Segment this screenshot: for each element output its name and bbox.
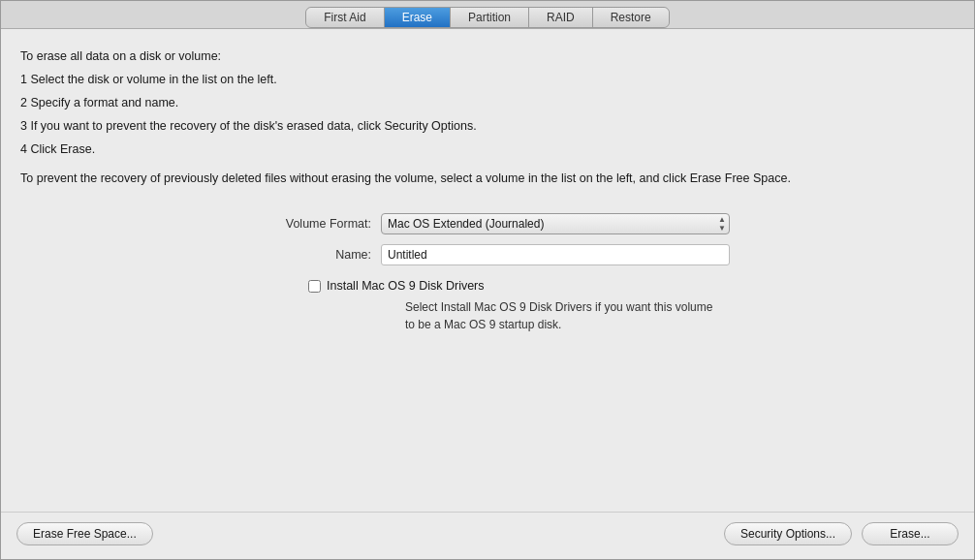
mac-os9-drivers-label[interactable]: Install Mac OS 9 Disk Drivers — [327, 279, 485, 293]
volume-format-control-wrapper: Mac OS Extended (Journaled)Mac OS Extend… — [381, 213, 739, 234]
button-bar: Erase Free Space... Security Options... … — [1, 512, 974, 559]
mac-os9-drivers-checkbox[interactable] — [308, 280, 321, 293]
tab-erase[interactable]: Erase — [385, 8, 451, 27]
tab-raid[interactable]: RAID — [529, 8, 593, 27]
instruction-line2: 1 Select the disk or volume in the list … — [20, 70, 955, 89]
instruction-line4: 3 If you want to prevent the recovery of… — [20, 116, 955, 136]
instruction-line6: To prevent the recovery of previously de… — [20, 169, 955, 188]
erase-free-space-button[interactable]: Erase Free Space... — [16, 522, 153, 545]
tab-partition[interactable]: Partition — [451, 8, 529, 27]
erase-button[interactable]: Erase... — [862, 522, 959, 545]
tab-bar: First Aid Erase Partition RAID Restore — [1, 1, 974, 29]
security-options-button[interactable]: Security Options... — [724, 522, 852, 545]
volume-format-select[interactable]: Mac OS Extended (Journaled)Mac OS Extend… — [381, 213, 730, 234]
instruction-line1: To erase all data on a disk or volume: — [20, 47, 955, 66]
instruction-line3: 2 Specify a format and name. — [20, 93, 955, 112]
name-row: Name: — [236, 244, 739, 265]
volume-format-row: Volume Format: Mac OS Extended (Journale… — [236, 213, 739, 234]
volume-format-label: Volume Format: — [236, 217, 371, 231]
volume-format-select-wrapper: Mac OS Extended (Journaled)Mac OS Extend… — [381, 213, 730, 234]
instructions-block: To erase all data on a disk or volume: 1… — [20, 47, 955, 192]
form-section: Volume Format: Mac OS Extended (Journale… — [20, 213, 955, 498]
button-bar-right: Security Options... Erase... — [724, 522, 959, 545]
tab-first-aid[interactable]: First Aid — [306, 8, 384, 27]
name-control-wrapper — [381, 244, 739, 265]
app-window: First Aid Erase Partition RAID Restore T… — [0, 0, 975, 560]
instruction-line5: 4 Click Erase. — [20, 140, 955, 159]
tab-bar-inner: First Aid Erase Partition RAID Restore — [305, 7, 669, 28]
checkbox-row: Install Mac OS 9 Disk Drivers — [308, 279, 812, 293]
tab-restore[interactable]: Restore — [593, 8, 669, 27]
button-bar-left: Erase Free Space... — [16, 522, 153, 545]
mac-os9-drivers-description: Select Install Mac OS 9 Disk Drivers if … — [405, 298, 715, 333]
name-label: Name: — [236, 248, 371, 262]
content-area: To erase all data on a disk or volume: 1… — [1, 29, 974, 512]
name-input[interactable] — [381, 244, 730, 265]
